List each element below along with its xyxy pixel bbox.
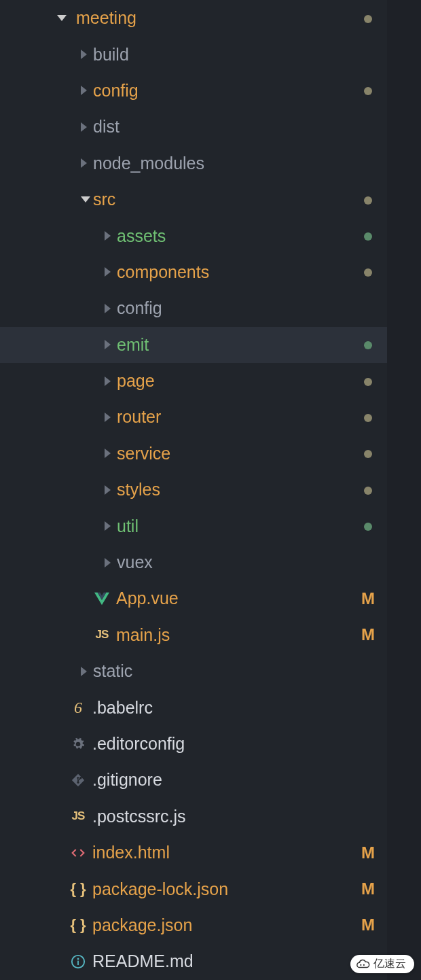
chevron-right-icon xyxy=(105,558,111,567)
js-icon: JS xyxy=(92,628,112,642)
tree-item-label: README.md xyxy=(92,951,360,971)
tree-item-label: .postcssrc.js xyxy=(92,807,360,826)
status-indicator xyxy=(360,82,376,99)
svg-point-4 xyxy=(363,964,365,965)
status-indicator: M xyxy=(360,879,376,898)
chevron-right-icon xyxy=(105,267,111,277)
tree-folder-service[interactable]: service xyxy=(0,436,387,472)
svg-point-3 xyxy=(360,964,361,965)
tree-item-label: App.vue xyxy=(116,589,360,608)
status-indicator xyxy=(360,263,376,281)
tree-item-label: build xyxy=(93,45,360,65)
tree-folder-static[interactable]: static xyxy=(0,653,387,689)
status-indicator: M xyxy=(360,915,376,934)
tree-item-label: node_modules xyxy=(93,154,360,173)
tree-folder-components[interactable]: components xyxy=(0,254,387,290)
file-explorer: meeting buildconfigdistnode_modulessrcas… xyxy=(0,0,387,980)
chevron-right-icon xyxy=(81,50,87,59)
tree-file-package-json[interactable]: { }package.jsonM xyxy=(0,907,387,943)
tree-item-label: src xyxy=(93,190,360,209)
info-icon xyxy=(68,954,88,969)
tree-item-label: config xyxy=(117,298,360,318)
chevron-right-icon xyxy=(105,449,111,458)
tree-file-main-js[interactable]: JSmain.jsM xyxy=(0,617,387,653)
tree-folder-dist[interactable]: dist xyxy=(0,109,387,145)
babel-icon: 6 xyxy=(68,699,88,717)
tree-folder-util[interactable]: util xyxy=(0,508,387,544)
chevron-right-icon xyxy=(105,413,111,422)
tree-folder-emit[interactable]: emit xyxy=(0,327,387,363)
status-indicator xyxy=(360,517,376,535)
tree-folder-assets[interactable]: assets xyxy=(0,217,387,253)
tree-file-index-html[interactable]: index.htmlM xyxy=(0,835,387,871)
chevron-down-icon xyxy=(57,15,67,21)
status-indicator xyxy=(360,481,376,499)
tree-folder-vuex[interactable]: vuex xyxy=(0,544,387,580)
tree-file-app-vue[interactable]: App.vueM xyxy=(0,580,387,616)
chevron-right-icon xyxy=(105,304,111,313)
chevron-right-icon xyxy=(81,158,87,168)
tree-folder-node-modules[interactable]: node_modules xyxy=(0,145,387,181)
status-indicator: M xyxy=(360,589,376,608)
status-indicator xyxy=(360,191,376,209)
chevron-right-icon xyxy=(105,231,111,241)
chevron-down-icon xyxy=(81,196,90,203)
tree-folder-page[interactable]: page xyxy=(0,363,387,399)
tree-file-readme-md[interactable]: README.md xyxy=(0,943,387,979)
tree-item-label: .editorconfig xyxy=(92,734,360,754)
tree-item-label: package.json xyxy=(92,915,360,935)
tree-item-label: static xyxy=(93,661,360,681)
tree-item-label: router xyxy=(117,407,360,427)
tree-folder-build[interactable]: build xyxy=(0,36,387,72)
tree-file--babelrc[interactable]: 6.babelrc xyxy=(0,689,387,725)
tree-root-label: meeting xyxy=(76,8,360,28)
chevron-right-icon xyxy=(105,377,111,386)
tree-item-label: util xyxy=(117,517,360,536)
tree-item-label: emit xyxy=(117,335,360,355)
status-indicator xyxy=(360,336,376,353)
tree-item-label: page xyxy=(117,371,360,391)
tree-folder-styles[interactable]: styles xyxy=(0,472,387,508)
status-indicator xyxy=(360,444,376,462)
status-indicator: M xyxy=(360,625,376,644)
tree-folder-router[interactable]: router xyxy=(0,399,387,435)
svg-point-1 xyxy=(77,958,79,960)
tree-folder-config[interactable]: config xyxy=(0,73,387,109)
status-indicator xyxy=(360,372,376,390)
status-indicator xyxy=(360,227,376,245)
status-indicator xyxy=(360,10,376,27)
chevron-right-icon xyxy=(81,122,87,132)
tree-item-label: components xyxy=(117,262,360,282)
chevron-right-icon xyxy=(105,340,111,349)
vue-icon xyxy=(92,592,112,606)
chevron-right-icon xyxy=(81,86,87,95)
tree-item-label: .babelrc xyxy=(92,698,360,718)
tree-file-package-lock-json[interactable]: { }package-lock.jsonM xyxy=(0,871,387,907)
tree-item-label: service xyxy=(117,444,360,463)
tree-item-label: vuex xyxy=(117,553,360,572)
cloud-icon xyxy=(356,958,371,970)
tree-folder-src[interactable]: src xyxy=(0,181,387,217)
tree-item-label: dist xyxy=(93,117,360,137)
tree-file--postcssrc-js[interactable]: JS.postcssrc.js xyxy=(0,799,387,835)
tree-item-label: package-lock.json xyxy=(92,879,360,899)
gear-icon xyxy=(68,737,88,751)
js-icon: JS xyxy=(68,809,88,823)
tree-item-label: assets xyxy=(117,226,360,246)
tree-item-label: config xyxy=(93,81,360,101)
git-icon xyxy=(68,773,88,787)
watermark-badge: 亿速云 xyxy=(350,955,414,973)
tree-folder-config[interactable]: config xyxy=(0,290,387,326)
chevron-right-icon xyxy=(105,521,111,531)
tree-item-label: index.html xyxy=(92,843,360,862)
html-icon xyxy=(68,846,88,860)
tree-file--gitignore[interactable]: .gitignore xyxy=(0,762,387,798)
status-indicator xyxy=(360,408,376,426)
tree-file--editorconfig[interactable]: .editorconfig xyxy=(0,726,387,762)
tree-item-label: styles xyxy=(117,480,360,500)
tree-root-meeting[interactable]: meeting xyxy=(0,0,387,36)
watermark-text: 亿速云 xyxy=(373,957,406,971)
chevron-right-icon xyxy=(105,485,111,495)
chevron-right-icon xyxy=(81,667,87,676)
json-icon: { } xyxy=(68,880,88,898)
